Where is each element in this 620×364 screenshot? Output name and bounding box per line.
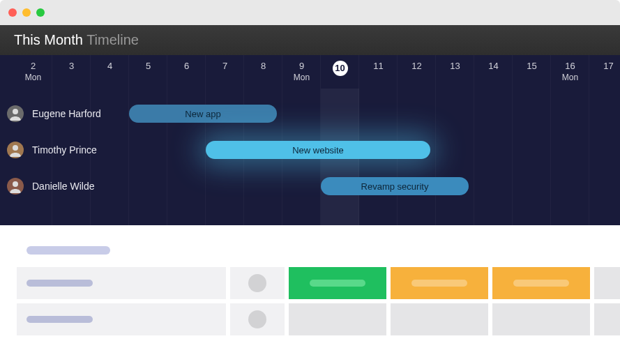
date-number: 14 [488,61,498,71]
svg-point-1 [13,145,18,151]
avatar[interactable] [7,142,24,158]
name-cell[interactable] [17,267,226,299]
date-number: 4 [107,61,112,71]
date-cell[interactable]: 2Mon [14,55,52,89]
avatar-placeholder-icon [248,310,266,328]
status-cell-empty[interactable] [289,303,386,335]
date-number: 11 [373,61,383,71]
close-window-icon[interactable] [8,8,17,17]
date-cell[interactable]: 7 [206,55,244,89]
person-info[interactable]: Eugene Harford [7,105,101,122]
skeleton-text [513,280,569,287]
date-cell[interactable]: 5 [129,55,167,89]
skeleton-group-header [27,246,110,255]
task-label: Revamp security [361,181,429,192]
status-cell-empty[interactable] [492,303,590,335]
person-name: Danielle Wilde [32,181,94,192]
skeleton-text [27,316,93,323]
skeleton-text [310,280,365,287]
header-title: This Month [14,32,83,47]
date-cell[interactable]: 11 [359,55,398,89]
owner-cell[interactable] [230,303,285,335]
status-cell-empty[interactable] [391,303,488,335]
timeline-rows: Eugene HarfordTimothy PrinceDanielle Wil… [0,96,620,204]
name-cell[interactable] [17,303,226,335]
date-cell[interactable]: 4 [91,55,129,89]
date-number: 7 [222,61,227,71]
skeleton-table [0,225,620,347]
day-of-week: Mon [14,73,52,82]
maximize-window-icon[interactable] [36,8,45,17]
status-cell-empty[interactable] [594,267,620,299]
date-cell[interactable]: 13 [436,55,474,89]
date-number: 8 [261,61,266,71]
task-label: New website [292,145,344,156]
table-row[interactable] [13,303,607,335]
person-row: Eugene Harford [0,96,620,132]
date-number: 9 [299,61,304,71]
window-chrome [0,0,620,25]
date-cell[interactable]: 9Mon [282,55,321,89]
table-row[interactable] [13,267,607,299]
person-row: Danielle Wilde [0,168,620,204]
header-subtitle: Timeline [86,32,139,47]
day-of-week: Mon [551,73,589,82]
day-of-week: Mon [282,73,321,82]
status-cell-done[interactable] [289,267,386,299]
avatar[interactable] [7,178,24,195]
task-bar[interactable]: Revamp security [321,177,469,195]
date-number: 5 [146,61,151,71]
avatar-placeholder-icon [248,274,266,292]
owner-cell[interactable] [230,267,285,299]
date-cell[interactable]: 14 [474,55,513,89]
date-number: 13 [450,61,460,71]
date-number: 6 [184,61,189,71]
svg-point-2 [13,181,18,187]
person-info[interactable]: Danielle Wilde [7,178,94,195]
timeline-body: 2Mon3456789Mon10111213141516Mon17 Eugene… [0,55,620,225]
date-number: 16 [565,61,575,71]
date-number: 12 [411,61,421,71]
date-cell[interactable]: 8 [244,55,282,89]
skeleton-text [27,280,93,287]
status-cell-working[interactable] [391,267,488,299]
date-cell[interactable]: 3 [52,55,91,89]
date-row: 2Mon3456789Mon10111213141516Mon17 [0,55,620,89]
task-label: New app [185,109,220,119]
task-bar[interactable]: New website [206,141,430,159]
date-number: 10 [333,61,348,76]
timeline-header: This Month Timeline [0,25,620,55]
skeleton-text [411,280,467,287]
svg-point-0 [13,109,18,114]
date-number: 15 [527,61,536,71]
date-number: 3 [69,61,74,71]
avatar[interactable] [7,105,24,122]
status-cell-empty[interactable] [594,303,620,335]
date-number: 2 [31,61,36,71]
task-bar[interactable]: New app [129,105,277,123]
date-cell[interactable]: 15 [513,55,551,89]
minimize-window-icon[interactable] [22,8,31,17]
person-info[interactable]: Timothy Prince [7,142,97,158]
person-name: Eugene Harford [32,108,101,119]
person-name: Timothy Prince [32,144,97,156]
date-cell[interactable]: 10 [321,55,359,89]
status-cell-working[interactable] [492,267,590,299]
date-cell[interactable]: 12 [398,55,436,89]
date-cell[interactable]: 17 [589,55,620,89]
date-cell[interactable]: 6 [167,55,206,89]
date-number: 17 [603,61,613,71]
date-cell[interactable]: 16Mon [551,55,589,89]
